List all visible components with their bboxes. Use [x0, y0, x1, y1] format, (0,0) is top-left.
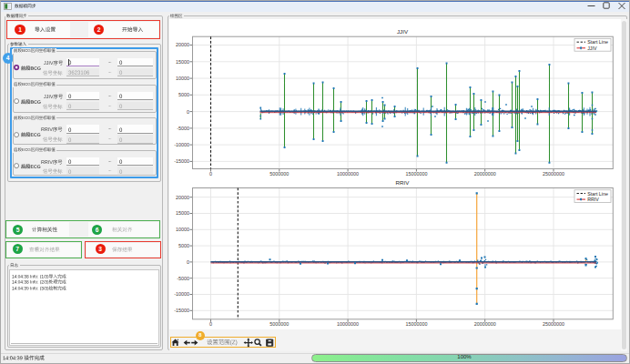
svg-text:0: 0 [209, 171, 212, 177]
svg-text:15000: 15000 [176, 210, 189, 216]
svg-text:0: 0 [187, 259, 189, 265]
svg-text:25000000: 25000000 [543, 321, 564, 327]
svg-text:Start Line: Start Line [587, 191, 608, 197]
svg-text:5000: 5000 [178, 92, 189, 97]
svg-text:10000000: 10000000 [337, 321, 359, 327]
svg-text:15000: 15000 [176, 59, 189, 65]
svg-text:-5000: -5000 [177, 276, 189, 281]
svg-text:15000000: 15000000 [405, 171, 427, 177]
svg-text:5000: 5000 [178, 243, 189, 248]
svg-text:20000: 20000 [176, 42, 189, 47]
svg-text:-10000: -10000 [174, 291, 189, 297]
svg-text:20000000: 20000000 [474, 171, 496, 177]
svg-text:25000000: 25000000 [543, 171, 564, 177]
svg-text:JJIV: JJIV [397, 28, 409, 35]
svg-text:JJIV: JJIV [587, 46, 597, 51]
svg-text:-10000: -10000 [174, 142, 189, 147]
svg-text:20000000: 20000000 [474, 321, 496, 327]
svg-text:20000: 20000 [176, 195, 189, 200]
svg-text:RRIV: RRIV [396, 179, 411, 186]
svg-text:Start Line: Start Line [587, 39, 608, 45]
svg-text:RRIV: RRIV [587, 197, 599, 202]
svg-text:10000000: 10000000 [337, 171, 359, 177]
svg-text:10000: 10000 [176, 76, 189, 81]
svg-text:15000000: 15000000 [405, 321, 427, 327]
svg-text:-5000: -5000 [177, 126, 189, 131]
svg-text:10000: 10000 [176, 227, 189, 232]
svg-text:0: 0 [187, 109, 189, 115]
svg-text:5000000: 5000000 [269, 321, 289, 327]
svg-text:-15000: -15000 [174, 158, 189, 164]
svg-text:5000000: 5000000 [269, 171, 289, 177]
svg-text:0: 0 [209, 321, 212, 327]
svg-text:-15000: -15000 [174, 308, 189, 313]
